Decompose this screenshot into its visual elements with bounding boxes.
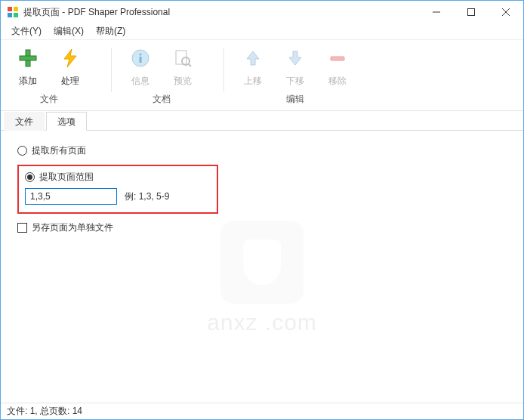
radio-range-label: 提取页面范围 [39,171,94,184]
check-save-separate-row[interactable]: 另存页面为单独文件 [17,221,507,234]
svg-line-16 [189,64,191,66]
watermark: anxz .com [207,221,317,335]
menu-file[interactable]: 文件(Y) [5,23,48,39]
radio-range-row[interactable]: 提取页面范围 [25,171,211,184]
separator [223,48,224,92]
toolbar-group-doc: 信息 预览 文档 [119,43,204,110]
info-label: 信息 [131,75,149,88]
svg-marker-18 [289,51,301,65]
movedown-button: 下移 [274,43,316,91]
statusbar: 文件: 1, 总页数: 14 [1,403,523,419]
separator [111,48,112,92]
remove-label: 移除 [328,75,347,88]
group-doc-label: 文档 [153,91,171,110]
svg-rect-3 [14,13,18,17]
watermark-text: anxz .com [207,310,317,335]
movedown-label: 下移 [286,75,304,88]
tab-options[interactable]: 选项 [46,112,87,131]
tab-content: anxz .com 提取所有页面 提取页面范围 例: 1,3, 5-9 另存页面… [1,131,523,403]
minus-icon [325,46,350,70]
group-edit-label: 编辑 [286,91,304,110]
close-button[interactable] [489,1,523,23]
radio-range[interactable] [25,172,35,182]
tabs: 文件 选项 [1,111,523,131]
svg-rect-13 [140,57,142,63]
arrow-down-icon [283,46,307,70]
svg-rect-1 [14,7,18,11]
svg-rect-9 [20,56,36,60]
lightning-icon [58,46,82,70]
process-button[interactable]: 处理 [49,43,91,91]
add-button[interactable]: 添加 [7,43,49,91]
menu-help[interactable]: 帮助(Z) [90,23,131,39]
magnifier-icon [171,46,195,70]
svg-point-12 [140,54,142,56]
radio-all[interactable] [17,146,27,156]
menu-edit[interactable]: 编辑(X) [48,23,90,39]
svg-rect-0 [8,7,12,11]
radio-all-label: 提取所有页面 [32,144,86,157]
svg-rect-5 [468,9,475,16]
menubar: 文件(Y) 编辑(X) 帮助(Z) [1,23,523,40]
svg-marker-17 [247,51,259,65]
toolbar-group-file: 添加 处理 文件 [7,43,91,110]
status-text: 文件: 1, 总页数: 14 [7,405,82,418]
moveup-button: 上移 [232,43,274,91]
plus-icon [16,46,40,70]
remove-button: 移除 [316,43,359,91]
svg-marker-10 [64,49,76,67]
add-label: 添加 [19,75,37,88]
info-button: 信息 [119,43,162,91]
app-window: 提取页面 - PDF Shaper Professional 文件(Y) 编辑(… [0,0,524,420]
toolbar-group-edit: 上移 下移 移除 编辑 [232,43,359,110]
preview-button: 预览 [162,43,204,91]
range-input-row: 例: 1,3, 5-9 [25,188,211,205]
maximize-button[interactable] [454,1,489,23]
preview-label: 预览 [174,75,192,88]
window-controls [419,1,523,23]
minimize-button[interactable] [419,1,454,23]
range-input[interactable] [25,188,117,205]
toolbar: 添加 处理 文件 信息 预览 文档 [1,40,523,111]
range-example: 例: 1,3, 5-9 [125,190,169,203]
process-label: 处理 [61,75,79,88]
titlebar: 提取页面 - PDF Shaper Professional [1,1,523,23]
highlight-box: 提取页面范围 例: 1,3, 5-9 [17,165,218,214]
arrow-up-icon [241,46,265,70]
svg-rect-2 [8,13,12,17]
group-file-label: 文件 [40,91,58,110]
info-icon [128,46,153,70]
moveup-label: 上移 [244,75,262,88]
svg-rect-19 [331,57,344,60]
app-icon [7,6,19,18]
checkbox-save-separate-label: 另存页面为单独文件 [32,221,113,234]
radio-all-row[interactable]: 提取所有页面 [17,144,507,157]
tab-files[interactable]: 文件 [4,112,45,131]
window-title: 提取页面 - PDF Shaper Professional [23,6,419,19]
checkbox-save-separate[interactable] [17,223,27,233]
